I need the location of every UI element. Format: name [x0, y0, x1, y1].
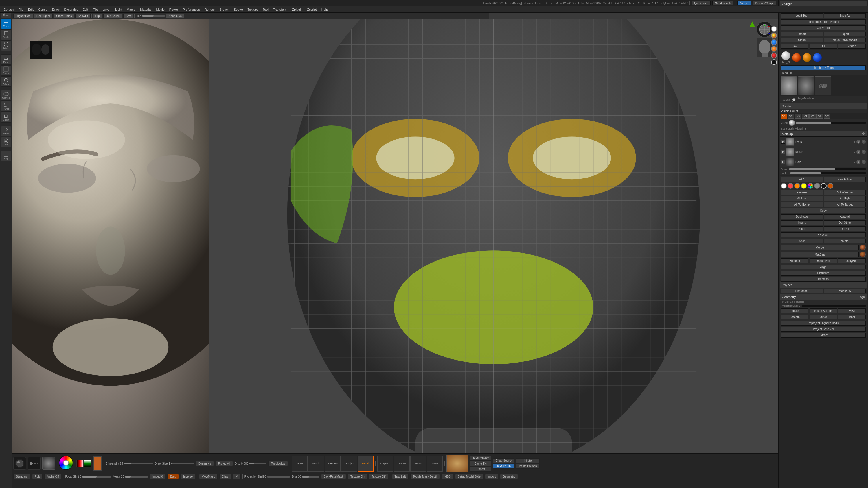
yellow-red-dot[interactable] [771, 33, 777, 38]
merge-button[interactable]: Merge [737, 1, 750, 5]
dynamics-button[interactable]: Dynamics [196, 461, 214, 466]
black-dot[interactable] [771, 59, 777, 65]
color-orange[interactable] [794, 183, 800, 189]
matcap-sphere3[interactable] [803, 53, 811, 62]
rotate-tool[interactable]: Rotate [1, 40, 11, 51]
color-swatch-r[interactable] [76, 460, 84, 467]
menu-gizmo[interactable]: Gizmo [36, 7, 50, 12]
matcap-header[interactable]: MatCap ⚙ [780, 131, 867, 137]
close-holes-button[interactable]: Close Holes [54, 14, 74, 18]
subtool-mouth[interactable]: ▶ Mouth 2 ⚙ + [780, 147, 867, 157]
orientation-ball[interactable] [756, 22, 773, 37]
rename-button[interactable]: Rename [781, 190, 823, 195]
flip-button[interactable]: Flip [93, 14, 102, 18]
move-tool[interactable]: Move [1, 19, 11, 29]
matcap-sphere2[interactable] [792, 53, 801, 62]
tray-left-button[interactable]: Tray Left [392, 474, 408, 479]
rp-export-button[interactable]: Export [824, 32, 866, 36]
projection-shell-slider[interactable]: ProjectionShell 0 [245, 475, 290, 478]
color-swatch-g[interactable] [84, 460, 91, 467]
all-high-button[interactable]: All High [824, 196, 866, 201]
solo-tool[interactable]: Solo [1, 137, 11, 148]
menu-macro[interactable]: Macro [125, 7, 138, 12]
extract-button[interactable]: Extract [781, 333, 866, 338]
subtool-eyes-plus[interactable]: + [862, 140, 866, 144]
view-mask-button[interactable]: ViewMask [199, 474, 217, 479]
inner-button[interactable]: Inner [838, 315, 866, 320]
face-thumb-2[interactable] [798, 76, 814, 95]
reproject-button[interactable]: Reproject Higher Subdiv [781, 321, 866, 326]
menu-layer[interactable]: Layer [100, 7, 113, 12]
menu-file2[interactable]: File [91, 7, 100, 12]
del-higher-button[interactable]: Del Higher [34, 14, 53, 18]
menu-draw[interactable]: Draw [50, 7, 62, 12]
rp-goz-button[interactable]: GoZ [781, 44, 808, 48]
menu-stroke[interactable]: Stroke [232, 7, 245, 12]
rp-clone-button[interactable]: Clone [781, 38, 823, 42]
blend-sphere[interactable] [789, 120, 795, 126]
menu-edit[interactable]: Edit [26, 7, 36, 12]
all-to-target-button[interactable]: All To Target [824, 202, 866, 207]
menu-zbrush[interactable]: Zbrush [2, 7, 16, 12]
mbs-rp-button[interactable]: MBS [838, 308, 866, 314]
align-button[interactable]: Align [781, 264, 866, 269]
color-burnt-orange[interactable] [828, 183, 833, 189]
inflate-balloon-button[interactable]: Inflate Balloon [516, 464, 539, 468]
v5-button[interactable]: V5 [809, 114, 816, 119]
color-rainbow[interactable] [808, 183, 813, 189]
duplicate-button[interactable]: Duplicate [781, 214, 823, 219]
make-polymesh-button[interactable]: Make PolyMesh3D [824, 38, 866, 42]
lightbox-tools-button[interactable]: Lightbox > Tools [781, 65, 866, 70]
menu-tool[interactable]: Tool [261, 7, 271, 12]
floor-tool[interactable]: Floor [1, 54, 11, 65]
brush-thumbnail[interactable] [13, 457, 26, 470]
new-folder-button[interactable]: New Folder [824, 177, 866, 182]
keep-uvs-button[interactable]: Keep UVs [166, 14, 184, 18]
menu-picker[interactable]: Picker [167, 7, 180, 12]
ghost-tool[interactable]: Ghost [1, 112, 11, 123]
del-all-button[interactable]: Del All [824, 226, 866, 231]
v4-button[interactable]: V4 [802, 114, 809, 119]
zremes-btn[interactable]: ZRemes [324, 456, 341, 471]
white-dot[interactable] [771, 26, 777, 32]
actual-tool[interactable]: Actual [1, 76, 11, 87]
setup-model-side-button[interactable]: Setup Model Side [455, 474, 483, 479]
auto-reorder-button[interactable]: AutoReorder [824, 190, 866, 195]
lashes-slider[interactable] [790, 172, 866, 174]
copy-tool-button[interactable]: Copy Tool [781, 26, 866, 30]
smooth-button[interactable]: Smooth [781, 315, 808, 320]
blue-dot[interactable] [771, 39, 777, 45]
texture-off-button[interactable]: Texture Off [369, 474, 388, 479]
inflate-balloon-rp-button[interactable]: Inflate Balloon [810, 308, 837, 314]
rgb-button[interactable]: Rgb [32, 474, 42, 479]
menu-texture[interactable]: Texture [246, 7, 260, 12]
list-all-button[interactable]: List All [781, 177, 823, 182]
menu-dynamics[interactable]: Dynamics [62, 7, 80, 12]
zplugin-header[interactable]: Zplugin [780, 1, 867, 7]
zsub-button[interactable]: Zsub [167, 474, 179, 479]
all-low-button[interactable]: All Low [781, 196, 823, 201]
inflate-rp-button[interactable]: Inflate [781, 308, 808, 314]
color-red[interactable] [787, 183, 793, 189]
subtool-mouth-plus[interactable]: + [862, 150, 866, 154]
topological-button[interactable]: Topological [268, 461, 288, 466]
v6-button[interactable]: V6 [816, 114, 823, 119]
inflate-btn3[interactable]: Inflate [516, 458, 539, 463]
texture-thumb[interactable] [446, 455, 468, 472]
mean-slider[interactable]: Mean 25 [113, 475, 148, 478]
import-btn2[interactable]: Import [485, 474, 498, 479]
claybuild-btn[interactable]: ClayBuild [377, 456, 393, 471]
default-zscript-button[interactable]: DefaultZScript [752, 1, 776, 5]
matcap-sphere4[interactable] [813, 53, 822, 62]
subtool-mouth-expand[interactable]: ▶ [781, 150, 785, 154]
project-all-button[interactable]: ProjectAll [216, 461, 233, 466]
inflate-btn2[interactable]: Inflate [427, 456, 443, 471]
zremes2-btn[interactable]: ZRemes [394, 456, 410, 471]
geometry-header[interactable]: Geometry Edge [780, 294, 867, 300]
viewport-canvas[interactable] [12, 19, 778, 453]
menu-edit2[interactable]: Edit [81, 7, 90, 12]
subtool-hair-expand[interactable]: ▶ [781, 160, 785, 164]
brows-slider[interactable] [789, 168, 866, 170]
games-tool[interactable]: Games [1, 90, 11, 101]
inverse-button[interactable]: Inverse [181, 474, 195, 479]
